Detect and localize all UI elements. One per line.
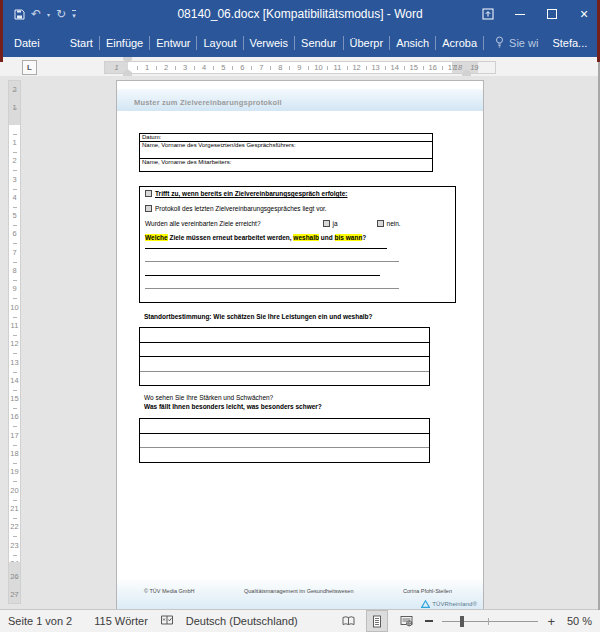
- ribbon-display-options-icon[interactable]: [472, 0, 504, 28]
- ribbon-tab-row: Datei StartEinfügeEntwurLayoutVerweisSen…: [0, 28, 600, 57]
- write-in-line: [145, 248, 387, 249]
- answer-row[interactable]: [140, 372, 429, 386]
- checkbox-icon[interactable]: [145, 205, 152, 212]
- answer-row[interactable]: [140, 343, 429, 358]
- highlighted-question: Welche Ziele müssen erneut bearbeitet we…: [145, 234, 451, 241]
- zoom-out-icon[interactable]: [425, 620, 433, 622]
- minimize-icon[interactable]: [504, 0, 536, 28]
- question-text: Wurden alle vereinbarten Ziele erreicht?: [145, 220, 261, 227]
- tab-stop-selector[interactable]: L: [22, 60, 37, 75]
- window-controls: ×: [472, 0, 600, 28]
- document-heading: Muster zum Zielvereinbarungsprotokoll: [134, 98, 282, 107]
- proofing-book-icon[interactable]: [160, 614, 174, 628]
- checkbox-no-icon[interactable]: [377, 220, 384, 227]
- ribbon-tab[interactable]: Einfüge: [100, 36, 150, 50]
- section-line-2: Protokoll des letzten Zielvereinbarungsg…: [145, 205, 451, 212]
- horizontal-ruler[interactable]: 1 1234567891011121314151617 1819: [104, 61, 496, 74]
- zoom-in-icon[interactable]: +: [547, 615, 555, 628]
- footer-series-title: Qualitätsmanagement im Gesundheitswesen: [244, 588, 353, 594]
- ribbon-tab[interactable]: Verweis: [244, 36, 296, 50]
- checkbox-icon[interactable]: [145, 190, 152, 197]
- answer-row[interactable]: [140, 357, 429, 372]
- footer-author: Corina Pfohl-Steilen: [403, 588, 452, 594]
- vruler-bottom-margin: 2627: [9, 562, 20, 603]
- question-faellt: Was fällt Ihnen besonders leicht, was be…: [144, 403, 322, 410]
- page-header-band: Muster zum Zielvereinbarungsprotokoll: [117, 89, 483, 111]
- logo-text: TÜVRheinland®: [432, 601, 477, 607]
- answer-row[interactable]: [140, 328, 429, 343]
- tab-datei[interactable]: Datei: [0, 37, 54, 49]
- write-in-line: [145, 288, 399, 289]
- word-count-indicator[interactable]: 115 Wörter: [94, 615, 148, 627]
- answer-row[interactable]: [140, 419, 429, 434]
- close-icon[interactable]: ×: [568, 0, 600, 28]
- read-mode-icon[interactable]: [338, 611, 358, 631]
- ribbon-tab[interactable]: Überpr: [344, 36, 391, 50]
- checkbox-section: Trifft zu, wenn bereits ein Zielvereinba…: [139, 186, 456, 303]
- document-page[interactable]: Muster zum Zielvereinbarungsprotokoll Da…: [116, 80, 484, 610]
- zoom-slider-center-tick: [488, 618, 489, 625]
- zoom-slider[interactable]: [442, 621, 538, 622]
- web-layout-icon[interactable]: [396, 611, 416, 631]
- redo-icon[interactable]: ↻: [56, 8, 66, 20]
- checkbox-yes-icon[interactable]: [323, 220, 330, 227]
- tell-me-box[interactable]: Sie wi: [494, 36, 538, 50]
- answer-table-standort[interactable]: [139, 327, 430, 386]
- zoom-level[interactable]: 50 %: [564, 615, 592, 627]
- page-footer-band: © TÜV Media GmbH Qualitätsmanagement im …: [117, 579, 483, 610]
- highlight-welche: Welche: [145, 234, 168, 241]
- vertical-ruler[interactable]: 21 1234567891011121314151617181920212223…: [8, 80, 21, 604]
- section-question-row: Wurden alle vereinbarten Ziele erreicht?…: [145, 220, 451, 227]
- write-in-line: [145, 261, 399, 262]
- option-no-label: nein.: [387, 220, 401, 227]
- write-in-line: [145, 275, 380, 276]
- tuev-rheinland-logo: TÜVRheinland®: [421, 600, 477, 608]
- highlight-bis-wann: bis wann: [335, 234, 363, 241]
- info-table-row[interactable]: Name, Vorname des Mitarbeiters:: [140, 159, 432, 171]
- section-line-2-text: Protokoll des letzten Zielvereinbarungsg…: [155, 205, 327, 212]
- word-window: ↶ ▾ ↻ ▾ 08140_06.docx [Kompatibilitätsmo…: [0, 0, 600, 632]
- print-layout-icon[interactable]: [367, 611, 387, 631]
- vruler-top-margin: 21: [9, 81, 20, 125]
- answer-table-staerken[interactable]: [139, 418, 430, 463]
- account-user[interactable]: Stefa...: [552, 37, 587, 49]
- highlight-weshalb: weshalb: [293, 234, 319, 241]
- document-area: 21 1234567891011121314151617181920212223…: [0, 76, 600, 610]
- status-bar-right: + 50 %: [338, 611, 592, 631]
- window-title: 08140_06.docx [Kompatibilitätsmodus] - W…: [177, 7, 422, 21]
- question-staerken: Wo sehen Sie Ihre Stärken und Schwächen?: [144, 394, 273, 401]
- ribbon-tab[interactable]: Acroba: [436, 36, 484, 50]
- ribbon-tab[interactable]: Sendur: [295, 36, 343, 50]
- zoom-slider-thumb[interactable]: [460, 616, 464, 627]
- tell-me-label: Sie wi: [509, 37, 538, 49]
- undo-dropdown-caret-icon[interactable]: ▾: [47, 11, 50, 18]
- logo-triangle-icon: [421, 600, 430, 608]
- ribbon-tabs: StartEinfügeEntwurLayoutVerweisSendurÜbe…: [64, 35, 484, 51]
- undo-icon[interactable]: ↶: [31, 8, 41, 20]
- answer-row[interactable]: [140, 448, 429, 462]
- maximize-icon[interactable]: [536, 0, 568, 28]
- ribbon-tab[interactable]: Entwur: [150, 36, 197, 50]
- section-line-1-text: Trifft zu, wenn bereits ein Zielvereinba…: [155, 190, 348, 197]
- info-table-row[interactable]: Name, Vorname des Vorgesetzten/des Gespr…: [140, 142, 432, 159]
- vruler-text-area: 123456789101112131415161718192021222324: [9, 125, 20, 562]
- lightbulb-icon: [494, 36, 505, 50]
- ribbon-tab[interactable]: Layout: [197, 36, 243, 50]
- info-table-row[interactable]: Datum:: [140, 134, 432, 142]
- section-line-1: Trifft zu, wenn bereits ein Zielvereinba…: [145, 190, 451, 197]
- status-bar: Seite 1 von 2 115 Wörter Deutsch (Deutsc…: [0, 609, 600, 632]
- option-yes-label: ja: [333, 220, 338, 227]
- save-icon[interactable]: [14, 9, 25, 20]
- title-bar: ↶ ▾ ↻ ▾ 08140_06.docx [Kompatibilitätsmo…: [0, 0, 600, 28]
- ribbon-tab[interactable]: Ansich: [390, 36, 436, 50]
- info-table: Datum:Name, Vorname des Vorgesetzten/des…: [139, 133, 433, 172]
- question-standortbestimmung: Standortbestimmung: Wie schätzen Sie Ihr…: [144, 313, 373, 320]
- language-indicator[interactable]: Deutsch (Deutschland): [186, 615, 298, 627]
- quick-access-toolbar: ↶ ▾ ↻ ▾: [14, 8, 76, 20]
- answer-row[interactable]: [140, 434, 429, 449]
- page-number-indicator[interactable]: Seite 1 von 2: [8, 615, 72, 627]
- customize-quick-access-icon[interactable]: ▾: [72, 10, 76, 19]
- hruler-text-area: 1234567891011121314151617: [128, 62, 452, 73]
- ruler-row: L 1 1234567891011121314151617 1819: [0, 57, 600, 76]
- ribbon-tab[interactable]: Start: [64, 36, 100, 50]
